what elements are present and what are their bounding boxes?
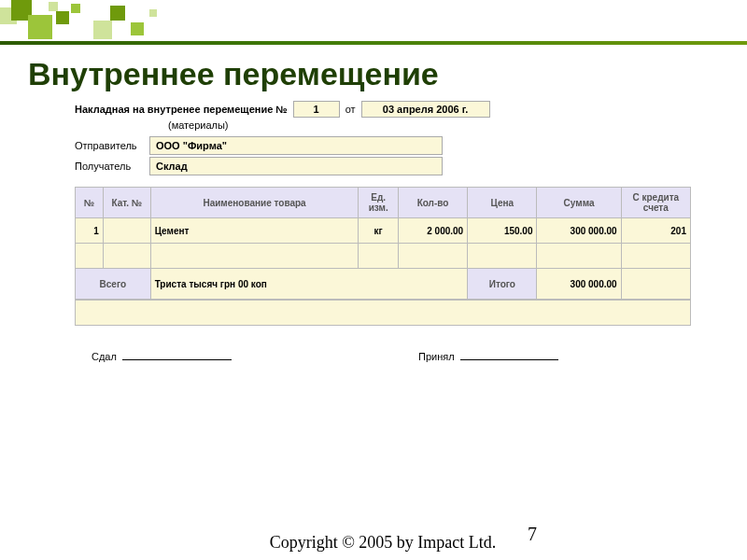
col-name: Наименование товара	[150, 188, 359, 218]
col-no: №	[76, 188, 104, 218]
doc-subtitle: (материалы)	[168, 119, 691, 131]
col-sum: Сумма	[537, 188, 621, 218]
document-form: Накладная на внутренее перемещение № 1 о…	[75, 101, 691, 371]
totals-itogo-value: 300 000.00	[537, 269, 621, 300]
cell-unit[interactable]: кг	[359, 218, 398, 244]
sender-row: Отправитель ООО "Фирма"	[75, 136, 691, 155]
cell-price[interactable]: 150.00	[468, 218, 537, 244]
copyright-text: Copyright © 2005 by Impact Ltd.	[243, 533, 523, 553]
receiver-field[interactable]: Склад	[149, 157, 443, 175]
col-credit: С кредита счета	[621, 188, 690, 218]
totals-credit-blank	[621, 269, 690, 300]
decorative-squares	[0, 0, 747, 42]
cell-sum[interactable]: 300 000.00	[537, 218, 621, 244]
totals-row: Всего Триста тысяч грн 00 коп Итого 300 …	[76, 269, 691, 300]
cell-credit[interactable]: 201	[621, 218, 690, 244]
cell-name[interactable]: Цемент	[150, 218, 359, 244]
items-table: № Кат. № Наименование товара Ед. изм. Ко…	[75, 187, 691, 300]
slide-number: 7	[528, 524, 537, 545]
receiver-row: Получатель Склад	[75, 157, 691, 175]
col-cat: Кат. №	[103, 188, 150, 218]
totals-all-label: Всего	[76, 269, 151, 300]
receiver-label: Получатель	[75, 161, 142, 172]
cell-qty[interactable]: 2 000.00	[398, 218, 467, 244]
table-row[interactable]: 1 Цемент кг 2 000.00 150.00 300 000.00 2…	[76, 218, 691, 244]
totals-itogo-label: Итого	[468, 269, 537, 300]
table-empty-area[interactable]	[76, 244, 691, 269]
doc-date-field[interactable]: 03 апреля 2006 г.	[361, 101, 490, 118]
table-header-row: № Кат. № Наименование товара Ед. изм. Ко…	[76, 188, 691, 218]
cell-cat[interactable]	[103, 218, 150, 244]
cell-no[interactable]: 1	[76, 218, 104, 244]
col-qty: Кол-во	[398, 188, 467, 218]
signature-row: Сдал Принял	[75, 359, 691, 371]
doc-number-field[interactable]: 1	[293, 101, 340, 118]
sign-received: Принял	[418, 359, 558, 371]
page-title: Внутреннее перемещение	[28, 56, 439, 92]
col-unit: Ед. изм.	[359, 188, 398, 218]
amount-in-words: Триста тысяч грн 00 коп	[150, 269, 468, 300]
sender-label: Отправитель	[75, 140, 142, 151]
document-header: Накладная на внутренее перемещение № 1 о…	[75, 101, 691, 118]
sign-sent: Сдал	[92, 359, 232, 371]
header-band	[0, 41, 747, 45]
sender-field[interactable]: ООО "Фирма"	[149, 136, 443, 155]
doc-title-text: Накладная на внутренее перемещение №	[75, 104, 288, 115]
col-price: Цена	[468, 188, 537, 218]
notes-area[interactable]	[75, 300, 691, 326]
ot-label: от	[345, 104, 356, 115]
